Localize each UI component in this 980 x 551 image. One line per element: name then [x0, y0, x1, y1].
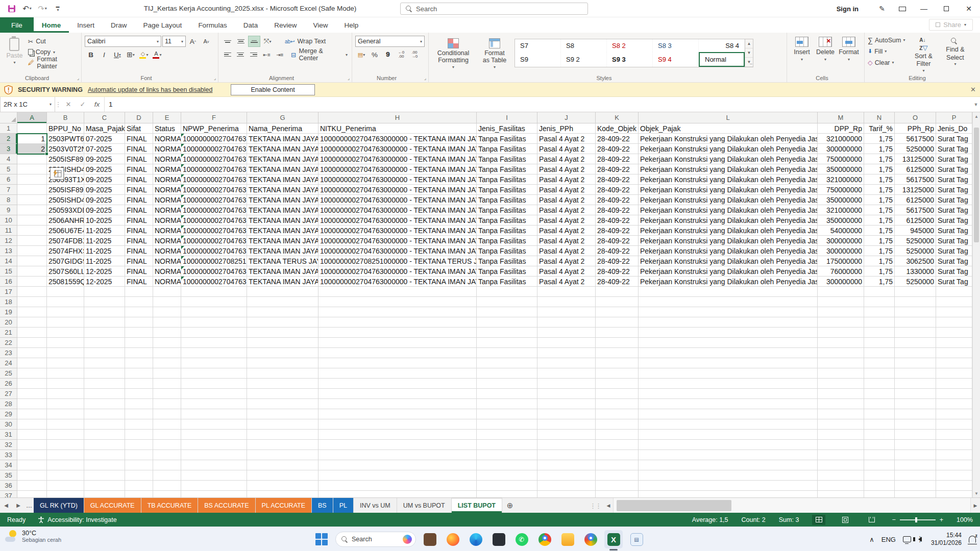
- cell-K30[interactable]: [596, 419, 639, 430]
- cell-E28[interactable]: [153, 399, 181, 409]
- cell-A9[interactable]: [17, 205, 47, 215]
- cell-A24[interactable]: [17, 358, 47, 368]
- cell-G34[interactable]: [247, 460, 318, 470]
- cell-G4[interactable]: TEKTANA IMAN JAYA: [247, 154, 318, 164]
- horizontal-scrollbar[interactable]: ⋮⋮ ◀ ▶: [590, 498, 980, 513]
- cell-K21[interactable]: [596, 328, 639, 338]
- cell-N10[interactable]: 1,75: [864, 215, 895, 226]
- font-name-combo[interactable]: Calibri▾: [85, 36, 161, 47]
- cell-H19[interactable]: [318, 307, 477, 317]
- cell-F32[interactable]: [181, 440, 247, 450]
- row-header-8[interactable]: 8: [0, 195, 17, 205]
- cell-E3[interactable]: NORMAL: [153, 144, 181, 154]
- cell-J32[interactable]: [537, 440, 596, 450]
- cell-A36[interactable]: [17, 481, 47, 491]
- cell-K26[interactable]: [596, 379, 639, 389]
- cell-G22[interactable]: [247, 338, 318, 348]
- cell-E26[interactable]: [153, 379, 181, 389]
- cell-B7[interactable]: 2505ISF89: [47, 185, 84, 195]
- notepad-taskbar-button[interactable]: ▤: [627, 530, 646, 548]
- cell-F12[interactable]: 1000000002704763: [181, 236, 247, 246]
- cell-H5[interactable]: 1000000002704763000000 - TEKTANA IMAN JA…: [318, 164, 477, 174]
- cell-A15[interactable]: [17, 266, 47, 277]
- excel-taskbar-button[interactable]: X: [604, 530, 623, 548]
- cell-E6[interactable]: NORMAL: [153, 174, 181, 185]
- increase-decimal-button[interactable]: ←0.00: [395, 49, 407, 60]
- column-header-B[interactable]: B: [47, 112, 84, 123]
- cell-O21[interactable]: [895, 328, 936, 338]
- ribbon-tab-formulas[interactable]: Formulas: [190, 17, 235, 33]
- cell-F15[interactable]: 1000000002704763: [181, 266, 247, 277]
- cell-D5[interactable]: FINAL: [125, 164, 153, 174]
- cell-J8[interactable]: Pasal 4 Ayat 2: [537, 195, 596, 205]
- column-header-L[interactable]: L: [639, 112, 818, 123]
- cell-O16[interactable]: 5250000: [895, 277, 936, 287]
- row-header-23[interactable]: 23: [0, 348, 17, 358]
- cell-F2[interactable]: 1000000002704763: [181, 134, 247, 144]
- column-header-E[interactable]: E: [153, 112, 181, 123]
- cell-M13[interactable]: 300000000: [818, 246, 864, 256]
- cell-P3[interactable]: Surat Tag: [936, 144, 972, 154]
- cell-D23[interactable]: [125, 348, 153, 358]
- cell-M25[interactable]: [818, 368, 864, 379]
- cell-G8[interactable]: TEKTANA IMAN JAYA: [247, 195, 318, 205]
- format-as-table-button[interactable]: Format as Table▾: [478, 35, 511, 73]
- font-size-combo[interactable]: 11▾: [162, 36, 186, 47]
- cell-D2[interactable]: FINAL: [125, 134, 153, 144]
- cell-E27[interactable]: [153, 389, 181, 399]
- cell-A11[interactable]: [17, 226, 47, 236]
- insert-function-icon[interactable]: fx: [90, 97, 104, 112]
- cell-C11[interactable]: 11-2025: [84, 226, 125, 236]
- new-sheet-button[interactable]: ⊕: [502, 498, 518, 513]
- ribbon-display-options-icon[interactable]: [892, 1, 913, 17]
- cell-F10[interactable]: 1000000002704763: [181, 215, 247, 226]
- cell-I18[interactable]: [477, 297, 537, 307]
- cell-O12[interactable]: 5250000: [895, 236, 936, 246]
- cell-K13[interactable]: 28-409-22: [596, 246, 639, 256]
- sign-in-button[interactable]: Sign in: [837, 5, 859, 13]
- cell-P37[interactable]: [936, 491, 972, 497]
- cell-L32[interactable]: [639, 440, 818, 450]
- formula-input[interactable]: 1: [104, 97, 972, 112]
- cell-D14[interactable]: FINAL: [125, 256, 153, 266]
- cell-P29[interactable]: [936, 409, 972, 419]
- cell-F5[interactable]: 1000000002704763: [181, 164, 247, 174]
- cell-K20[interactable]: [596, 317, 639, 328]
- cell-C32[interactable]: [84, 440, 125, 450]
- cell-C19[interactable]: [84, 307, 125, 317]
- cell-L10[interactable]: Pekerjaan Konstruksi yang Dilakukan oleh…: [639, 215, 818, 226]
- row-header-24[interactable]: 24: [0, 358, 17, 368]
- cell-C7[interactable]: 09-2025: [84, 185, 125, 195]
- cell-M18[interactable]: [818, 297, 864, 307]
- cell-L29[interactable]: [639, 409, 818, 419]
- cell-K22[interactable]: [596, 338, 639, 348]
- cell-P22[interactable]: [936, 338, 972, 348]
- cell-I12[interactable]: Tanpa Fasilitas: [477, 236, 537, 246]
- cell-J16[interactable]: Pasal 4 Ayat 2: [537, 277, 596, 287]
- cell-G28[interactable]: [247, 399, 318, 409]
- language-indicator[interactable]: ENG: [881, 536, 896, 543]
- cell-M32[interactable]: [818, 440, 864, 450]
- cell-M37[interactable]: [818, 491, 864, 497]
- cell-D18[interactable]: [125, 297, 153, 307]
- zoom-track[interactable]: [900, 519, 936, 520]
- cell-A8[interactable]: [17, 195, 47, 205]
- cell-L12[interactable]: Pekerjaan Konstruksi yang Dilakukan oleh…: [639, 236, 818, 246]
- normal-view-button[interactable]: [812, 515, 825, 525]
- cell-J35[interactable]: [537, 470, 596, 481]
- cell-style-s9[interactable]: S9: [515, 52, 561, 67]
- column-header-M[interactable]: M: [818, 112, 864, 123]
- accessibility-status[interactable]: Accessibility: Investigate: [33, 516, 121, 523]
- cell-G2[interactable]: TEKTANA IMAN JAYA: [247, 134, 318, 144]
- cell-C26[interactable]: [84, 379, 125, 389]
- cell-N37[interactable]: [864, 491, 895, 497]
- cell-H8[interactable]: 1000000002704763000000 - TEKTANA IMAN JA…: [318, 195, 477, 205]
- cell-D1[interactable]: Sifat: [125, 123, 153, 134]
- cell-J30[interactable]: [537, 419, 596, 430]
- cell-P18[interactable]: [936, 297, 972, 307]
- cell-N8[interactable]: 1,75: [864, 195, 895, 205]
- save-button[interactable]: [5, 3, 18, 15]
- column-header-D[interactable]: D: [125, 112, 153, 123]
- cell-P7[interactable]: Surat Tag: [936, 185, 972, 195]
- cell-E36[interactable]: [153, 481, 181, 491]
